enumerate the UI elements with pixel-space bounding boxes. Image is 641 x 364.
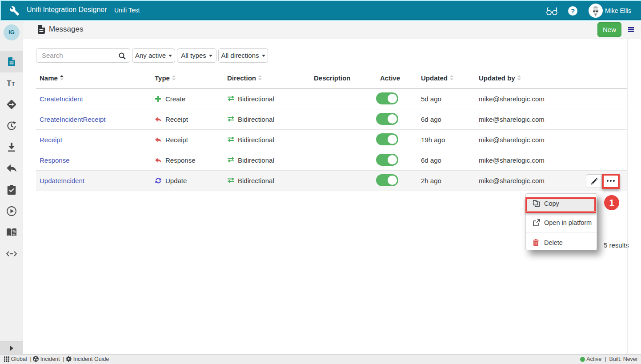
- svg-text:T: T: [12, 81, 15, 87]
- svg-text:T: T: [7, 80, 12, 87]
- svg-text:?: ?: [571, 7, 575, 15]
